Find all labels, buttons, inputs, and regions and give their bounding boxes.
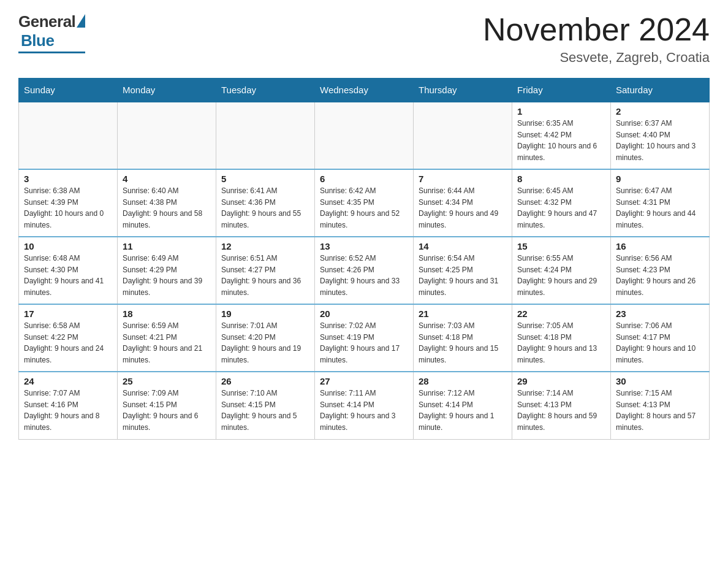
day-number: 22	[517, 308, 605, 319]
column-header-thursday: Thursday	[414, 79, 512, 102]
calendar-cell: 22Sunrise: 7:05 AMSunset: 4:18 PMDayligh…	[512, 304, 611, 372]
column-header-wednesday: Wednesday	[315, 79, 414, 102]
logo: General Blue	[18, 12, 85, 53]
day-info: Sunrise: 7:11 AMSunset: 4:14 PMDaylight:…	[320, 389, 395, 432]
month-title: November 2024	[483, 12, 710, 47]
calendar-week-row: 17Sunrise: 6:58 AMSunset: 4:22 PMDayligh…	[19, 304, 710, 372]
day-number: 24	[24, 376, 112, 386]
calendar-header-row: SundayMondayTuesdayWednesdayThursdayFrid…	[19, 79, 710, 102]
calendar-cell: 10Sunrise: 6:48 AMSunset: 4:30 PMDayligh…	[19, 237, 118, 304]
day-number: 8	[517, 174, 605, 184]
calendar-cell	[315, 102, 414, 169]
calendar-cell: 7Sunrise: 6:44 AMSunset: 4:34 PMDaylight…	[414, 169, 512, 237]
calendar-cell: 2Sunrise: 6:37 AMSunset: 4:40 PMDaylight…	[611, 102, 710, 169]
calendar-cell: 28Sunrise: 7:12 AMSunset: 4:14 PMDayligh…	[414, 372, 512, 439]
calendar-table: SundayMondayTuesdayWednesdayThursdayFrid…	[18, 78, 710, 440]
day-number: 23	[616, 308, 704, 319]
page-header: General Blue November 2024 Sesvete, Zagr…	[18, 12, 710, 66]
calendar-cell: 19Sunrise: 7:01 AMSunset: 4:20 PMDayligh…	[216, 304, 315, 372]
day-info: Sunrise: 7:01 AMSunset: 4:20 PMDaylight:…	[221, 321, 301, 364]
calendar-cell: 17Sunrise: 6:58 AMSunset: 4:22 PMDayligh…	[19, 304, 118, 372]
day-number: 11	[123, 241, 211, 251]
calendar-week-row: 3Sunrise: 6:38 AMSunset: 4:39 PMDaylight…	[19, 169, 710, 237]
column-header-friday: Friday	[512, 79, 611, 102]
day-number: 17	[24, 308, 112, 319]
day-number: 6	[320, 174, 408, 184]
calendar-cell: 13Sunrise: 6:52 AMSunset: 4:26 PMDayligh…	[315, 237, 414, 304]
calendar-cell: 12Sunrise: 6:51 AMSunset: 4:27 PMDayligh…	[216, 237, 315, 304]
day-info: Sunrise: 6:37 AMSunset: 4:40 PMDaylight:…	[616, 119, 696, 162]
day-number: 28	[419, 376, 507, 386]
day-info: Sunrise: 6:42 AMSunset: 4:35 PMDaylight:…	[320, 186, 400, 229]
day-info: Sunrise: 6:54 AMSunset: 4:25 PMDaylight:…	[419, 254, 498, 297]
calendar-cell: 23Sunrise: 7:06 AMSunset: 4:17 PMDayligh…	[611, 304, 710, 372]
calendar-cell: 4Sunrise: 6:40 AMSunset: 4:38 PMDaylight…	[118, 169, 216, 237]
day-info: Sunrise: 7:03 AMSunset: 4:18 PMDaylight:…	[419, 321, 498, 364]
calendar-cell: 26Sunrise: 7:10 AMSunset: 4:15 PMDayligh…	[216, 372, 315, 439]
day-number: 29	[517, 376, 605, 386]
day-number: 25	[123, 376, 211, 386]
calendar-cell: 21Sunrise: 7:03 AMSunset: 4:18 PMDayligh…	[414, 304, 512, 372]
day-info: Sunrise: 6:41 AMSunset: 4:36 PMDaylight:…	[221, 186, 301, 229]
calendar-cell: 15Sunrise: 6:55 AMSunset: 4:24 PMDayligh…	[512, 237, 611, 304]
day-info: Sunrise: 6:35 AMSunset: 4:42 PMDaylight:…	[517, 119, 597, 162]
day-number: 19	[221, 308, 309, 319]
calendar-cell: 8Sunrise: 6:45 AMSunset: 4:32 PMDaylight…	[512, 169, 611, 237]
day-info: Sunrise: 7:10 AMSunset: 4:15 PMDaylight:…	[221, 389, 297, 432]
day-number: 10	[24, 241, 112, 251]
day-info: Sunrise: 7:14 AMSunset: 4:13 PMDaylight:…	[517, 389, 597, 432]
day-info: Sunrise: 6:56 AMSunset: 4:23 PMDaylight:…	[616, 254, 696, 297]
day-number: 3	[24, 174, 112, 184]
day-info: Sunrise: 6:44 AMSunset: 4:34 PMDaylight:…	[419, 186, 498, 229]
day-number: 9	[616, 174, 704, 184]
day-number: 14	[419, 241, 507, 251]
calendar-cell: 1Sunrise: 6:35 AMSunset: 4:42 PMDaylight…	[512, 102, 611, 169]
calendar-cell	[118, 102, 216, 169]
day-number: 7	[419, 174, 507, 184]
logo-general-text: General	[18, 12, 75, 31]
day-number: 1	[517, 106, 605, 117]
day-info: Sunrise: 6:52 AMSunset: 4:26 PMDaylight:…	[320, 254, 400, 297]
day-number: 21	[419, 308, 507, 319]
day-number: 26	[221, 376, 309, 386]
day-info: Sunrise: 6:59 AMSunset: 4:21 PMDaylight:…	[123, 321, 202, 364]
calendar-cell: 14Sunrise: 6:54 AMSunset: 4:25 PMDayligh…	[414, 237, 512, 304]
calendar-cell: 5Sunrise: 6:41 AMSunset: 4:36 PMDaylight…	[216, 169, 315, 237]
day-info: Sunrise: 7:12 AMSunset: 4:14 PMDaylight:…	[419, 389, 494, 432]
day-number: 4	[123, 174, 211, 184]
day-number: 18	[123, 308, 211, 319]
calendar-cell: 30Sunrise: 7:15 AMSunset: 4:13 PMDayligh…	[611, 372, 710, 439]
calendar-week-row: 1Sunrise: 6:35 AMSunset: 4:42 PMDaylight…	[19, 102, 710, 169]
day-number: 15	[517, 241, 605, 251]
calendar-cell: 18Sunrise: 6:59 AMSunset: 4:21 PMDayligh…	[118, 304, 216, 372]
day-number: 27	[320, 376, 408, 386]
day-info: Sunrise: 6:45 AMSunset: 4:32 PMDaylight:…	[517, 186, 597, 229]
calendar-cell: 11Sunrise: 6:49 AMSunset: 4:29 PMDayligh…	[118, 237, 216, 304]
logo-triangle-icon	[77, 14, 85, 28]
calendar-week-row: 10Sunrise: 6:48 AMSunset: 4:30 PMDayligh…	[19, 237, 710, 304]
calendar-cell: 20Sunrise: 7:02 AMSunset: 4:19 PMDayligh…	[315, 304, 414, 372]
location-title: Sesvete, Zagreb, Croatia	[483, 50, 710, 66]
day-info: Sunrise: 7:15 AMSunset: 4:13 PMDaylight:…	[616, 389, 696, 432]
day-info: Sunrise: 6:48 AMSunset: 4:30 PMDaylight:…	[24, 254, 104, 297]
calendar-cell: 24Sunrise: 7:07 AMSunset: 4:16 PMDayligh…	[19, 372, 118, 439]
calendar-week-row: 24Sunrise: 7:07 AMSunset: 4:16 PMDayligh…	[19, 372, 710, 439]
title-section: November 2024 Sesvete, Zagreb, Croatia	[483, 12, 710, 66]
day-info: Sunrise: 6:47 AMSunset: 4:31 PMDaylight:…	[616, 186, 696, 229]
day-info: Sunrise: 7:07 AMSunset: 4:16 PMDaylight:…	[24, 389, 99, 432]
day-info: Sunrise: 6:51 AMSunset: 4:27 PMDaylight:…	[221, 254, 301, 297]
calendar-cell: 3Sunrise: 6:38 AMSunset: 4:39 PMDaylight…	[19, 169, 118, 237]
day-info: Sunrise: 7:05 AMSunset: 4:18 PMDaylight:…	[517, 321, 597, 364]
day-number: 5	[221, 174, 309, 184]
day-info: Sunrise: 6:49 AMSunset: 4:29 PMDaylight:…	[123, 254, 202, 297]
column-header-saturday: Saturday	[611, 79, 710, 102]
day-info: Sunrise: 6:58 AMSunset: 4:22 PMDaylight:…	[24, 321, 104, 364]
day-number: 2	[616, 106, 704, 117]
day-number: 16	[616, 241, 704, 251]
logo-blue-text: Blue	[21, 31, 54, 50]
day-info: Sunrise: 6:40 AMSunset: 4:38 PMDaylight:…	[123, 186, 202, 229]
calendar-cell: 9Sunrise: 6:47 AMSunset: 4:31 PMDaylight…	[611, 169, 710, 237]
calendar-cell	[19, 102, 118, 169]
column-header-tuesday: Tuesday	[216, 79, 315, 102]
day-number: 30	[616, 376, 704, 386]
